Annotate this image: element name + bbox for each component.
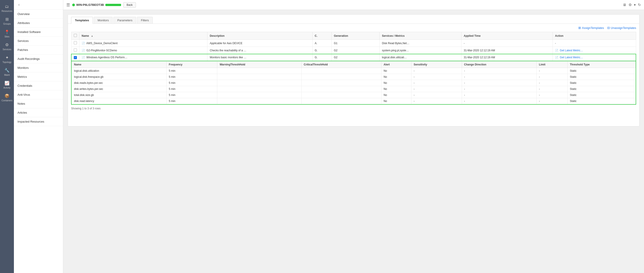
unassign-templates-link[interactable]: ⊟ UnassignTemplates [607,26,636,30]
row3-get-link[interactable]: Get Latest Metric… [560,56,583,59]
header-applied-time: Applied Time [462,32,553,40]
table-row: 📄 AWS_Device_DemoClient Applicable for A… [71,40,636,47]
groups-icon: ⊞ [4,17,10,22]
row3-checkbox-cell: ✓ [71,54,80,61]
doc-icon: 📄 [82,42,85,45]
nav-maint[interactable]: 🔧 Maint [0,66,14,78]
sub-table-data-row: disk.writes.bytes.per.sec 5 min No - - -… [72,86,636,92]
topology-icon: ✦ [4,55,10,60]
sidebar-item-patches[interactable]: Patches [14,46,63,54]
sidebar-item-overview[interactable]: Overview [14,10,63,18]
sub-table-data-row: disk.reads.bytes.per.sec 5 min No - - - … [72,80,636,86]
showing-text: Showing 1 to 3 of 3 rows [68,105,639,112]
assign-templates-link[interactable]: ⊞ AssignTemplates [578,26,604,30]
sidebar-item-credentials[interactable]: Credentials [14,81,63,90]
row3-checkbox[interactable]: ✓ [74,56,77,59]
content-panel: Templates Monitors Parameters Filters ⊞ … [68,14,640,126]
row3-c: G. [312,54,332,61]
subtable-row: Name Frequency WarningThreshHold Critica… [71,61,636,104]
sub-row-sensitivity: - [411,68,462,74]
sub-row-warning [217,80,301,86]
sub-row-critical [301,92,381,98]
sub-row-limit: - [536,86,568,92]
sidebar-item-articles[interactable]: Articles [14,108,63,117]
sub-row-threshold-type: Static [568,86,636,92]
sub-table-header-row: Name Frequency WarningThreshHold Critica… [72,61,636,68]
sidebar-item-audit-recordings[interactable]: Audit Recordings [14,54,63,64]
sidebar-item-installed-software[interactable]: Installed Software [14,28,63,36]
tab-templates[interactable]: Templates [71,17,93,24]
sub-header-limit: Limit [536,61,568,68]
sidebar-item-monitors[interactable]: Monitors [14,64,63,72]
hamburger-icon[interactable]: ☰ [66,2,70,8]
sub-row-name: disk.reads.bytes.per.sec [72,80,166,86]
action-doc-icon-3: 📄 [555,56,558,59]
sidebar-menu: Overview Attributes Installed Software S… [14,10,63,273]
sub-table-data-row: logical.disk.freespace.gb 5 min No - - -… [72,74,636,80]
sub-row-sensitivity: - [411,86,462,92]
sub-row-alert: No [381,74,411,80]
nav-activity[interactable]: 📈 Activity [0,78,14,91]
sub-row-name: logical.disk.freespace.gb [72,74,166,80]
row1-c: A. [312,40,332,47]
sort-icon[interactable]: ▲ [91,34,94,38]
sidebar-item-anti-virus[interactable]: Anti-Virus [14,90,63,99]
sub-table: Name Frequency WarningThreshHold Critica… [72,61,636,104]
sub-row-name: total.disk.size.gb [72,92,166,98]
sub-row-change-direction: - [462,92,536,98]
sub-header-sensitivity: Sensitivity [411,61,462,68]
topbar-right: 🖥 ⚙ ▾ ↻ [623,3,641,7]
sub-header-critical: CriticalThreshHold [301,61,381,68]
sub-row-threshold-type: Static [568,80,636,86]
sidebar-item-metrics[interactable]: Metrics [14,72,63,81]
subtable-cell: Name Frequency WarningThreshHold Critica… [71,61,636,104]
sub-row-critical [301,80,381,86]
nav-resources[interactable]: 🗂 Resources [0,2,14,14]
nav-containers[interactable]: 📦 Containers [0,91,14,104]
row1-checkbox[interactable] [74,41,77,44]
settings-icon[interactable]: ⚙ [628,3,632,7]
row2-checkbox[interactable] [74,48,77,52]
sub-table-data-row: disk.read.latency 5 min No - - - Static [72,98,636,104]
nav-sites[interactable]: 📍 Sites [0,27,14,40]
sub-row-alert: No [381,92,411,98]
sites-icon: 📍 [4,30,10,34]
nav-maint-label: Maint [4,74,10,76]
sub-row-critical [301,68,381,74]
back-button[interactable]: Back [123,2,136,8]
containers-icon: 📦 [4,94,10,98]
sidebar-back-button[interactable]: ‹ [17,2,21,7]
sub-row-frequency: 5 min [166,98,217,104]
row2-generation: G2 [332,47,380,54]
nav-groups[interactable]: ⊞ Groups [0,14,14,27]
dropdown-arrow-icon[interactable]: ▾ [634,3,636,7]
sidebar-item-impacted-resources[interactable]: Impacted Resources [14,117,63,126]
nav-topology[interactable]: ✦ Topology [0,53,14,66]
sub-row-critical [301,86,381,92]
sidebar-item-services[interactable]: Services [14,36,63,46]
sub-row-warning [217,74,301,80]
table-header-row: Name ▲ Description C. Generation Service… [71,32,636,40]
sub-header-frequency: Frequency [166,61,217,68]
row3-description: Monitors basic monitors like … [208,54,312,61]
sidebar-item-notes[interactable]: Notes [14,99,63,108]
health-bar [106,4,121,6]
row3-action: 📄 Get Latest Metric… [553,54,636,61]
sub-row-warning [217,86,301,92]
nav-services[interactable]: ⚙ Services [0,40,14,53]
sub-row-name: logical.disk.utilization [72,68,166,74]
tab-monitors[interactable]: Monitors [94,17,112,24]
sub-row-limit: - [536,80,568,86]
monitor-icon[interactable]: 🖥 [623,3,626,7]
refresh-icon[interactable]: ↻ [638,3,641,7]
row2-get-link[interactable]: Get Latest Metric… [560,49,583,52]
sub-row-change-direction: - [462,80,536,86]
header-services-metrics: Services / Metrics [380,32,462,40]
nav-resources-label: Resources [2,10,12,12]
sidebar-item-attributes[interactable]: Attributes [14,18,63,28]
tab-parameters[interactable]: Parameters [114,17,136,24]
select-all-checkbox[interactable] [74,34,77,37]
row3-services-metrics: logical.disk.utilizati… [380,54,462,61]
sub-header-change-direction: Change Direction [462,61,536,68]
tab-filters[interactable]: Filters [137,17,152,24]
